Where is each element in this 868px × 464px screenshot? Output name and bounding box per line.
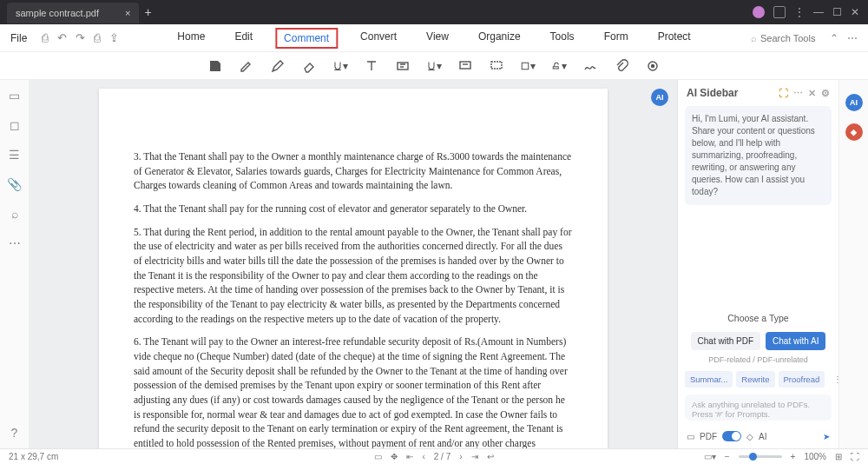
menu-organize[interactable]: Organize <box>471 28 528 49</box>
choose-type-label: Choose a Type <box>678 313 838 323</box>
redo-icon[interactable]: ↷ <box>76 31 85 44</box>
thumbnails-icon[interactable]: ▭ <box>9 89 20 103</box>
close-icon[interactable]: ✕ <box>851 6 859 18</box>
more-panel-icon[interactable]: ⋯ <box>9 236 21 250</box>
pencil-icon[interactable] <box>270 58 286 74</box>
ai-action-rewrite[interactable]: Rewrite <box>736 371 774 388</box>
maximize-icon[interactable]: ☐ <box>832 6 842 18</box>
paragraph: 4. That the Tenant shall pay for the run… <box>134 202 573 216</box>
cart-icon[interactable]: ⛶ <box>779 88 788 99</box>
next-page-icon[interactable]: › <box>459 452 462 461</box>
collapse-icon[interactable]: ⌃ <box>830 32 838 44</box>
ai-icon[interactable]: AI <box>845 94 863 111</box>
layers-icon[interactable]: ☰ <box>9 148 20 162</box>
settings-icon[interactable]: ⚙ <box>821 88 830 99</box>
close-sidebar-icon[interactable]: ✕ <box>808 88 816 99</box>
paragraph: 6. The Tenant will pay to the Owner an i… <box>134 335 573 448</box>
menu-convert[interactable]: Convert <box>353 28 404 49</box>
menu-form[interactable]: Form <box>597 28 635 49</box>
save-icon[interactable]: ⎙ <box>42 31 49 44</box>
comment-toolbar: ▾ ▾ ▾ ▾ <box>0 52 868 80</box>
main-menu: HomeEditCommentConvertViewOrganizeToolsF… <box>170 28 697 49</box>
more-icon[interactable]: ⋯ <box>793 88 803 99</box>
fit-icon[interactable]: ▭▾ <box>704 452 716 461</box>
svg-rect-0 <box>398 63 408 70</box>
first-page-icon[interactable]: ⇤ <box>406 452 413 461</box>
view-mode-icon[interactable]: ▭ <box>374 452 382 461</box>
menu-view[interactable]: View <box>419 28 456 49</box>
more-icon[interactable]: ⋮ <box>794 6 805 18</box>
new-tab-button[interactable]: + <box>144 5 151 19</box>
foot-pdf-label: PDF <box>700 432 717 441</box>
shape-icon[interactable]: ▾ <box>520 58 536 74</box>
last-page-icon[interactable]: ⇥ <box>471 452 478 461</box>
tab-title: sample contract.pdf <box>16 8 99 18</box>
left-rail: ▭ ◻ ☰ 📎 ⌕ ⋯ ? <box>0 80 30 448</box>
eraser-icon[interactable] <box>301 58 317 74</box>
chat-pdf-button[interactable]: Chat with PDF <box>691 332 760 350</box>
share-icon[interactable]: ⇪ <box>109 31 119 44</box>
window-snap-icon[interactable] <box>773 6 786 18</box>
zoom-slider[interactable] <box>739 455 782 458</box>
search-tools[interactable]: ⌕ <box>751 33 821 43</box>
foot-book-icon: ▭ <box>687 432 694 441</box>
highlight-icon[interactable] <box>239 58 254 74</box>
document-tab[interactable]: sample contract.pdf × <box>7 3 139 23</box>
ai-action-summar[interactable]: Summar... <box>685 371 733 388</box>
layout-icon[interactable]: ⊞ <box>835 452 842 461</box>
bookmark-icon[interactable]: ◻ <box>10 118 20 132</box>
back-icon[interactable]: ↩ <box>487 452 494 461</box>
search-panel-icon[interactable]: ⌕ <box>11 207 18 221</box>
chat-ai-button[interactable]: Chat with AI <box>766 332 825 350</box>
close-tab-icon[interactable]: × <box>125 8 130 18</box>
pdf-page: 3. That the Tenant shall pay to the Owne… <box>99 89 608 448</box>
zoom-out-icon[interactable]: − <box>725 452 730 461</box>
callout-icon[interactable] <box>457 58 473 74</box>
foot-ai-label: AI <box>759 432 766 441</box>
underline-icon[interactable]: ▾ <box>332 58 348 74</box>
document-area: AI 3. That the Tenant shall pay to the O… <box>30 80 677 448</box>
print-icon[interactable]: ⎙ <box>94 31 101 44</box>
page-dimensions: 21 x 29,7 cm <box>9 452 58 461</box>
ai-sidebar: AI Sidebar ⛶ ⋯ ✕ ⚙ Hi, I'm Lumi, your AI… <box>677 80 838 448</box>
area-highlight-icon[interactable]: ▾ <box>426 58 442 74</box>
stamp2-icon[interactable]: ▾ <box>551 58 567 74</box>
menu-protect[interactable]: Protect <box>651 28 698 49</box>
svg-rect-3 <box>522 63 529 70</box>
svg-rect-1 <box>460 62 470 69</box>
page-indicator[interactable]: 2 / 7 <box>434 452 450 461</box>
show-comments-icon[interactable] <box>645 58 661 74</box>
attach-icon[interactable] <box>614 58 629 74</box>
file-menu[interactable]: File <box>10 32 27 44</box>
search-input[interactable] <box>760 33 821 43</box>
ai-prompt-input[interactable]: Ask anything unrelated to PDFs. Press '#… <box>685 394 832 421</box>
text-icon[interactable] <box>364 58 379 74</box>
help-icon[interactable]: ? <box>11 426 18 440</box>
menu-edit[interactable]: Edit <box>227 28 260 49</box>
send-icon[interactable]: ➤ <box>823 432 830 441</box>
note-icon[interactable] <box>207 58 223 74</box>
account-avatar[interactable] <box>753 6 765 18</box>
menu-tools[interactable]: Tools <box>543 28 582 49</box>
fullscreen-icon[interactable]: ⛶ <box>851 452 859 461</box>
signature-icon[interactable] <box>582 58 598 74</box>
undo-icon[interactable]: ↶ <box>57 31 67 44</box>
app-icon[interactable]: ◆ <box>845 123 863 141</box>
svg-point-5 <box>652 64 654 67</box>
attachments-icon[interactable]: 📎 <box>7 177 22 191</box>
pdf-toggle[interactable] <box>722 431 741 441</box>
minimize-icon[interactable]: — <box>813 6 824 18</box>
ai-action-proofread[interactable]: Proofread <box>779 371 825 388</box>
menu-home[interactable]: Home <box>170 28 212 49</box>
stamp-icon[interactable] <box>489 58 504 74</box>
zoom-in-icon[interactable]: + <box>791 452 796 461</box>
svg-rect-2 <box>491 62 502 69</box>
hand-icon[interactable]: ✥ <box>391 452 398 461</box>
prev-page-icon[interactable]: ‹ <box>422 452 424 461</box>
textbox-icon[interactable] <box>395 58 411 74</box>
menu-comment[interactable]: Comment <box>275 28 338 49</box>
zoom-level[interactable]: 100% <box>804 452 826 461</box>
sidebar-title: AI Sidebar <box>687 87 738 99</box>
more-icon[interactable]: ⋯ <box>847 32 858 44</box>
ai-badge-icon[interactable]: AI <box>651 89 668 106</box>
